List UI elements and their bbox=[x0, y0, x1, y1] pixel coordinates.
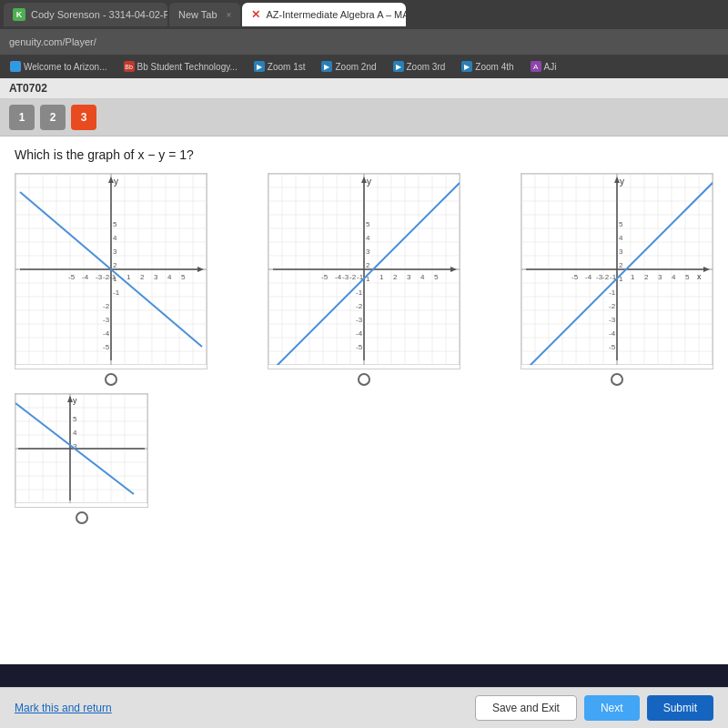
bookmark-zoom1[interactable]: ▶ Zoom 1st bbox=[249, 59, 310, 74]
svg-text:-2: -2 bbox=[103, 302, 110, 310]
svg-text:-2: -2 bbox=[609, 302, 616, 310]
svg-text:4: 4 bbox=[619, 234, 623, 242]
svg-text:4: 4 bbox=[73, 429, 77, 437]
svg-text:5: 5 bbox=[619, 220, 623, 228]
radio-a[interactable] bbox=[105, 373, 117, 386]
bookmark-zoom3[interactable]: ▶ Zoom 3rd bbox=[389, 59, 450, 74]
bookmark-zoom3-label: Zoom 3rd bbox=[407, 62, 446, 72]
tab-bar: K Cody Sorenson - 3314-04-02-Fisc × New … bbox=[0, 0, 728, 29]
tab-3-label: AZ-Intermediate Algebra A – MA bbox=[266, 9, 406, 20]
graph-d-container: y 5 4 3 bbox=[15, 393, 148, 508]
address-bar[interactable]: genuity.com/Player/ bbox=[0, 29, 728, 55]
svg-text:-4: -4 bbox=[609, 329, 616, 338]
svg-text:-4: -4 bbox=[585, 273, 592, 281]
graph-a-svg: y 5 4 3 2 1 -1 -2 -3 -4 -5 -5 bbox=[15, 174, 207, 365]
svg-text:2: 2 bbox=[366, 261, 370, 269]
svg-text:x: x bbox=[697, 272, 702, 281]
svg-text:-5: -5 bbox=[103, 343, 110, 351]
svg-text:-1: -1 bbox=[109, 273, 116, 281]
mark-link[interactable]: Mark this and return bbox=[15, 702, 112, 714]
bookmark-aj-icon: A bbox=[531, 61, 541, 72]
bookmark-zoom3-icon: ▶ bbox=[393, 61, 404, 72]
bookmark-zoom4[interactable]: ▶ Zoom 4th bbox=[457, 59, 518, 74]
radio-d[interactable] bbox=[76, 511, 88, 524]
bookmark-zoom2-label: Zoom 2nd bbox=[335, 62, 376, 72]
question-text: Which is the graph of x − y = 1? bbox=[15, 147, 713, 162]
svg-text:5: 5 bbox=[181, 273, 186, 281]
tab-3[interactable]: ✕ AZ-Intermediate Algebra A – MA × bbox=[242, 3, 406, 26]
svg-text:4: 4 bbox=[420, 273, 425, 281]
svg-text:5: 5 bbox=[366, 220, 370, 228]
graph-b-svg: y 5 4 3 2 1 -1 -2 -3 -4 -5 -5 -4 -3 bbox=[268, 174, 460, 365]
graphs-bottom-row: y 5 4 3 bbox=[15, 393, 713, 524]
tab-1-label: Cody Sorenson - 3314-04-02-Fisc bbox=[31, 9, 167, 20]
footer-buttons: Save and Exit Next Submit bbox=[475, 695, 713, 721]
svg-text:-5: -5 bbox=[609, 343, 616, 351]
svg-text:4: 4 bbox=[366, 234, 370, 242]
svg-text:-4: -4 bbox=[356, 329, 363, 338]
svg-text:-2: -2 bbox=[356, 302, 363, 310]
svg-text:-3: -3 bbox=[96, 273, 103, 281]
tab-icon-k: K bbox=[13, 8, 25, 21]
browser-chrome: K Cody Sorenson - 3314-04-02-Fisc × New … bbox=[0, 0, 728, 78]
svg-text:5: 5 bbox=[113, 220, 117, 228]
radio-b[interactable] bbox=[358, 373, 370, 386]
svg-text:3: 3 bbox=[366, 248, 370, 256]
nav-btn-1[interactable]: 1 bbox=[9, 105, 35, 130]
bookmark-bb-icon: Bb bbox=[124, 61, 135, 72]
tab-2-label: New Tab bbox=[178, 9, 217, 20]
bookmark-welcome-label: Welcome to Arizon... bbox=[24, 62, 107, 72]
svg-text:-2: -2 bbox=[602, 273, 610, 281]
graph-option-c: y x 5 4 3 2 1 -1 -2 -3 -4 -5 -5 -4 bbox=[521, 173, 713, 386]
radio-c[interactable] bbox=[611, 373, 623, 386]
main-content: AT0702 1 2 3 Which is the graph of x − y… bbox=[0, 78, 728, 664]
svg-text:3: 3 bbox=[407, 273, 411, 281]
svg-text:1: 1 bbox=[631, 273, 635, 281]
svg-text:4: 4 bbox=[167, 273, 172, 281]
svg-text:-4: -4 bbox=[82, 273, 89, 281]
svg-text:-3: -3 bbox=[103, 316, 110, 324]
bookmark-aj[interactable]: A AJi bbox=[526, 59, 561, 74]
bookmark-bb[interactable]: Bb Bb Student Technology... bbox=[119, 59, 242, 74]
graph-b-container: y 5 4 3 2 1 -1 -2 -3 -4 -5 -5 -4 -3 bbox=[268, 173, 460, 369]
bookmark-welcome[interactable]: 🌐 Welcome to Arizon... bbox=[5, 59, 112, 74]
svg-text:5: 5 bbox=[73, 415, 77, 423]
svg-text:1: 1 bbox=[379, 273, 384, 281]
question-nav: 1 2 3 bbox=[0, 99, 728, 136]
nav-btn-3[interactable]: 3 bbox=[71, 105, 96, 130]
graph-option-b: y 5 4 3 2 1 -1 -2 -3 -4 -5 -5 -4 -3 bbox=[268, 173, 460, 386]
svg-text:1: 1 bbox=[126, 273, 131, 281]
svg-text:-3: -3 bbox=[609, 316, 616, 324]
graph-c-svg: y x 5 4 3 2 1 -1 -2 -3 -4 -5 -5 -4 bbox=[521, 174, 713, 365]
svg-text:y: y bbox=[114, 177, 118, 187]
tab-2[interactable]: New Tab × bbox=[169, 3, 240, 26]
page-id: AT0702 bbox=[9, 82, 47, 95]
next-button[interactable]: Next bbox=[584, 695, 640, 721]
svg-text:3: 3 bbox=[658, 273, 662, 281]
svg-text:-3: -3 bbox=[356, 316, 363, 324]
page-id-bar: AT0702 bbox=[0, 78, 728, 99]
tab-2-close[interactable]: × bbox=[227, 10, 232, 20]
save-exit-button[interactable]: Save and Exit bbox=[475, 695, 577, 721]
bookmark-zoom4-icon: ▶ bbox=[461, 61, 472, 72]
graphs-top-row: y 5 4 3 2 1 -1 -2 -3 -4 -5 -5 bbox=[15, 173, 713, 386]
svg-text:2: 2 bbox=[644, 273, 649, 281]
svg-text:4: 4 bbox=[113, 234, 117, 242]
graph-option-d: y 5 4 3 bbox=[15, 393, 148, 524]
svg-text:-3: -3 bbox=[342, 273, 349, 281]
tab-1[interactable]: K Cody Sorenson - 3314-04-02-Fisc × bbox=[4, 3, 167, 26]
bookmark-zoom2[interactable]: ▶ Zoom 2nd bbox=[317, 59, 380, 74]
bookmark-welcome-icon: 🌐 bbox=[10, 61, 21, 72]
bookmark-bb-label: Bb Student Technology... bbox=[137, 62, 238, 72]
svg-text:-1: -1 bbox=[356, 288, 363, 297]
svg-text:-5: -5 bbox=[356, 343, 363, 351]
graph-a-container: y 5 4 3 2 1 -1 -2 -3 -4 -5 -5 bbox=[15, 173, 207, 369]
svg-text:y: y bbox=[620, 177, 624, 187]
svg-text:5: 5 bbox=[685, 273, 690, 281]
svg-text:-2: -2 bbox=[349, 273, 357, 281]
svg-text:3: 3 bbox=[619, 248, 623, 256]
svg-text:2: 2 bbox=[393, 273, 398, 281]
submit-button[interactable]: Submit bbox=[647, 695, 713, 721]
svg-text:-4: -4 bbox=[335, 273, 342, 281]
nav-btn-2[interactable]: 2 bbox=[40, 105, 66, 130]
